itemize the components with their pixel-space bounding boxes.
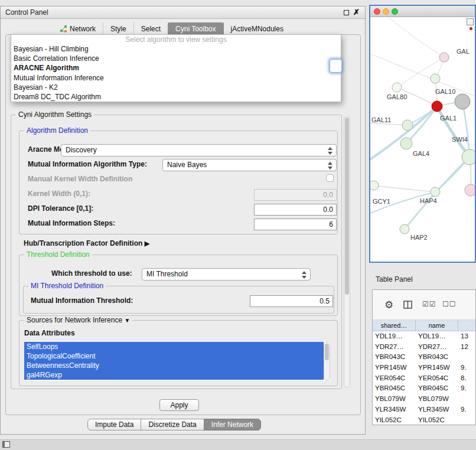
dropdown-item[interactable]: Mutual Information Inference bbox=[11, 73, 341, 83]
close-traffic-light[interactable] bbox=[374, 8, 380, 15]
which-threshold-select[interactable]: MI Threshold bbox=[142, 268, 311, 281]
dropdown-item[interactable]: Basic Correlation Inference bbox=[11, 54, 341, 63]
mi-threshold-input[interactable]: 0.5 bbox=[250, 295, 333, 307]
attribute-item[interactable]: BetweennessCentrality bbox=[24, 361, 324, 370]
dpi-tolerance-input[interactable]: 0.0 bbox=[254, 204, 337, 216]
graph-node[interactable] bbox=[432, 101, 442, 112]
graph-node[interactable] bbox=[400, 138, 412, 149]
network-canvas[interactable]: GALGAL80GAL10GAL11GAL1SWI4GAL4GCY1HAP4HA… bbox=[370, 17, 475, 262]
graph-node[interactable] bbox=[400, 224, 409, 234]
table-cell[interactable]: YER054C bbox=[416, 373, 458, 384]
table-row[interactable]: YER054CYER054C8. bbox=[373, 373, 475, 384]
mi-algo-type-select[interactable]: Naive Bayes bbox=[162, 159, 337, 171]
attribute-item[interactable]: TopologicalCoefficient bbox=[24, 351, 324, 361]
table-row[interactable]: YBL079WYBL079W bbox=[373, 394, 475, 405]
dropdown-item[interactable]: Bayesian - Hill Climbing bbox=[11, 44, 341, 54]
table-cell[interactable]: 9. bbox=[458, 363, 475, 373]
tab-select[interactable]: Select bbox=[133, 22, 168, 35]
table-row[interactable]: YBR043CYBR043C bbox=[373, 352, 475, 363]
table-cell[interactable]: YDL19… bbox=[373, 331, 416, 342]
manual-kernel-checkbox[interactable] bbox=[326, 174, 334, 182]
table-row[interactable]: YBR045CYBR045C9. bbox=[373, 383, 475, 394]
table-cell[interactable]: YIL052C bbox=[373, 415, 416, 426]
table-cell[interactable]: YBR043C bbox=[416, 352, 458, 363]
graph-node[interactable] bbox=[402, 120, 413, 131]
close-icon[interactable]: ✗ bbox=[353, 8, 360, 17]
attribute-list-scrollbar[interactable] bbox=[324, 342, 330, 381]
table-cell[interactable]: YBR043C bbox=[373, 352, 416, 363]
attribute-item[interactable]: gal4RGexp bbox=[24, 370, 324, 380]
graph-node[interactable] bbox=[465, 184, 475, 196]
column-header-shared-name[interactable]: shared… bbox=[373, 320, 416, 331]
docked-panel-icon[interactable] bbox=[2, 441, 10, 448]
table-cell[interactable] bbox=[458, 352, 475, 363]
table-cell[interactable]: YPR145W bbox=[373, 363, 416, 373]
deselect-all-checkboxes-icon[interactable]: ☐☐ bbox=[442, 300, 457, 308]
expand-arrow-icon[interactable]: ▶ bbox=[145, 240, 149, 247]
graph-edge[interactable] bbox=[370, 53, 475, 97]
table-row[interactable]: YPR145WYPR145W9. bbox=[373, 363, 475, 373]
table-cell[interactable] bbox=[458, 394, 475, 405]
table-cell[interactable]: 9. bbox=[458, 405, 475, 415]
control-panel-titlebar[interactable]: Control Panel ✗ bbox=[1, 6, 365, 19]
graph-node[interactable] bbox=[392, 83, 402, 92]
graph-node[interactable] bbox=[431, 74, 440, 83]
column-header-partial[interactable] bbox=[458, 320, 475, 331]
table-cell[interactable]: YER054C bbox=[373, 373, 416, 384]
network-window-titlebar[interactable] bbox=[370, 6, 475, 17]
collapse-arrow-icon[interactable]: ▼ bbox=[124, 317, 130, 324]
table-cell[interactable]: YIL052C bbox=[416, 415, 458, 426]
table-cell[interactable]: YBR045C bbox=[373, 383, 416, 394]
network-view-window[interactable]: GALGAL80GAL10GAL11GAL1SWI4GAL4GCY1HAP4HA… bbox=[369, 5, 476, 263]
tab-network[interactable]: Network bbox=[53, 22, 103, 35]
data-attributes-list[interactable]: SelfLoops TopologicalCoefficient Between… bbox=[24, 342, 330, 381]
tab-jactivemnodules[interactable]: jActiveMNodules bbox=[223, 22, 291, 35]
table-row[interactable]: YIL052CYIL052C bbox=[373, 415, 475, 426]
mi-steps-input[interactable]: 6 bbox=[254, 219, 337, 230]
table-cell[interactable]: 9. bbox=[458, 383, 475, 394]
columns-icon[interactable] bbox=[403, 301, 412, 309]
dropdown-item[interactable]: Dream8 DC_TDC Algorithm bbox=[11, 92, 341, 102]
table-row[interactable]: YLR345WYLR345W9. bbox=[373, 405, 475, 415]
apply-button[interactable]: Apply bbox=[159, 399, 199, 411]
graph-node[interactable] bbox=[462, 149, 475, 165]
tab-discretize-data[interactable]: Discretize Data bbox=[141, 419, 204, 431]
table-cell[interactable]: YDL19… bbox=[416, 331, 458, 342]
column-header-name[interactable]: name bbox=[416, 320, 458, 331]
graph-node[interactable] bbox=[455, 94, 470, 109]
table-cell[interactable]: 12 bbox=[458, 342, 475, 353]
tab-cyni-toolbox[interactable]: Cyni Toolbox bbox=[168, 22, 223, 35]
graph-edge[interactable] bbox=[388, 17, 444, 57]
overview-corner-box[interactable] bbox=[467, 18, 474, 25]
tab-style[interactable]: Style bbox=[103, 22, 133, 35]
table-cell[interactable]: YBR045C bbox=[416, 383, 458, 394]
table-cell[interactable] bbox=[458, 415, 475, 426]
table-row[interactable]: YDR27…YDR27…12 bbox=[373, 342, 475, 353]
table-row[interactable]: YDL19…YDL19…13 bbox=[373, 331, 475, 342]
settings-scrollbar[interactable] bbox=[344, 116, 350, 388]
dropdown-item[interactable]: Bayesian - K2 bbox=[11, 83, 341, 92]
table-cell[interactable]: YPR145W bbox=[416, 363, 458, 373]
table-cell[interactable]: 13 bbox=[458, 331, 475, 342]
minimize-traffic-light[interactable] bbox=[383, 8, 389, 15]
tab-infer-network[interactable]: Infer Network bbox=[204, 419, 261, 431]
select-all-checkboxes-icon[interactable]: ☑☑ bbox=[422, 300, 436, 308]
gear-icon[interactable]: ⚙ bbox=[384, 299, 393, 311]
graph-node[interactable] bbox=[439, 53, 449, 62]
focused-spinner-fragment[interactable] bbox=[330, 59, 342, 73]
graph-node[interactable] bbox=[431, 187, 440, 197]
aracne-mode-select[interactable]: Discovery bbox=[61, 144, 337, 156]
attribute-item[interactable]: SelfLoops bbox=[24, 342, 324, 351]
table-cell[interactable]: YBL079W bbox=[416, 394, 458, 405]
graph-node[interactable] bbox=[370, 181, 379, 190]
table-cell[interactable]: YBL079W bbox=[373, 394, 416, 405]
graph-edge[interactable] bbox=[374, 185, 435, 192]
table-cell[interactable]: 8. bbox=[458, 373, 475, 384]
dropdown-item-selected[interactable]: ARACNE Algorithm bbox=[11, 63, 341, 73]
hub-section-header[interactable]: Hub/Transcription Factor Definition ▶ bbox=[24, 239, 149, 247]
zoom-traffic-light[interactable] bbox=[392, 8, 398, 15]
network-canvas-svg[interactable]: GALGAL80GAL10GAL11GAL1SWI4GAL4GCY1HAP4HA… bbox=[370, 17, 475, 262]
table-cell[interactable]: YDR27… bbox=[373, 342, 416, 353]
table-cell[interactable]: YLR345W bbox=[373, 405, 416, 415]
table-cell[interactable]: YLR345W bbox=[416, 405, 458, 415]
